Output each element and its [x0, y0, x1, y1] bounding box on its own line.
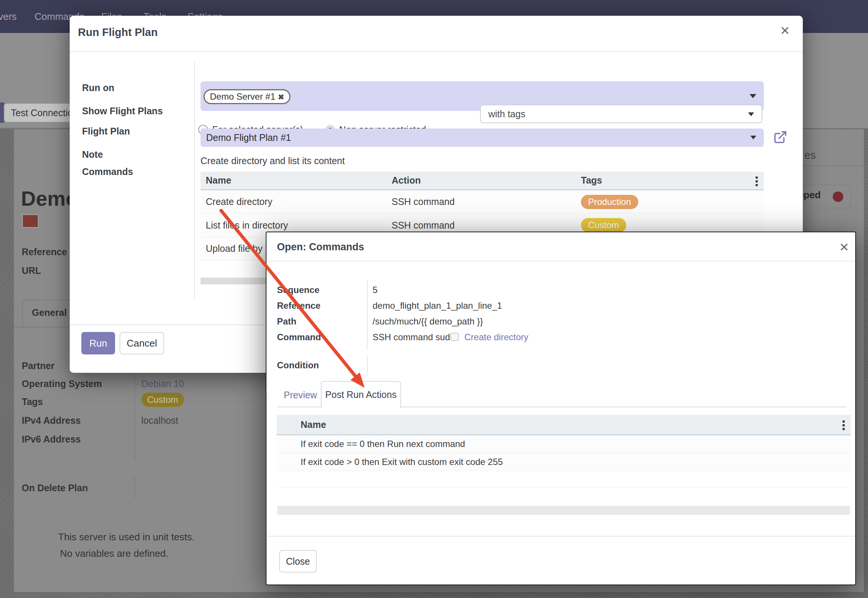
run-on-label: Run on — [82, 82, 114, 93]
reference-value: demo_flight_plan_1_plan_line_1 — [373, 300, 502, 311]
tags-label: Tags — [22, 396, 43, 407]
field-separator-line — [134, 476, 135, 498]
run-button[interactable]: Run — [81, 332, 115, 354]
sudo-checkbox[interactable] — [450, 333, 459, 341]
url-label: URL — [22, 265, 41, 276]
table-header-row: Name — [277, 415, 851, 435]
close-icon[interactable]: ✕ — [839, 241, 849, 253]
tab-post-run-actions[interactable]: Post Run Actions — [321, 381, 401, 408]
with-tags-select[interactable]: with tags — [480, 105, 762, 123]
cell-name: If exit code == 0 then Run next command — [297, 439, 465, 449]
flight-plan-value: Demo Flight Plan #1 — [206, 132, 291, 143]
flight-plan-select[interactable]: Demo Flight Plan #1 — [201, 129, 764, 147]
note-label: Note — [82, 149, 103, 160]
cell-action: SSH command — [392, 196, 581, 207]
label-column-separator — [194, 62, 195, 298]
optional-columns-icon[interactable] — [756, 176, 758, 186]
cancel-button[interactable]: Cancel — [120, 332, 164, 354]
table-scrollbar-track[interactable] — [277, 506, 850, 515]
col-header-tags[interactable]: Tags — [581, 175, 764, 186]
show-flight-plans-label: Show Flight Plans — [82, 106, 163, 117]
ipv6-label: IPv6 Address — [22, 434, 81, 445]
col-header-name[interactable]: Name — [297, 419, 326, 430]
page-title: Demo — [21, 187, 70, 211]
tag-badge: Production — [581, 195, 638, 209]
tag-badge: Custom — [581, 218, 626, 232]
chevron-down-icon — [748, 112, 754, 116]
sequence-value: 5 — [373, 285, 377, 295]
close-icon[interactable]: ✕ — [780, 25, 790, 37]
condition-label: Condition — [277, 360, 319, 371]
modal-title: Open: Commands — [277, 241, 364, 253]
cell-name: If exit code > 0 then Exit with custom e… — [297, 457, 503, 467]
label-column-separator — [367, 280, 368, 350]
modal-footer-divider — [266, 536, 855, 537]
modal-title: Run Flight Plan — [78, 26, 158, 39]
with-tags-value: with tags — [488, 109, 525, 119]
right-divider — [803, 165, 864, 166]
ipv4-value: localhost — [141, 415, 178, 426]
open-commands-modal: Open: Commands ✕ Sequence 5 Reference de… — [266, 232, 856, 585]
flight-plan-label: Flight Plan — [82, 126, 130, 137]
on-delete-plan-label: On Delete Plan — [22, 483, 88, 493]
optional-columns-icon[interactable] — [843, 420, 845, 430]
unit-test-note-1: This server is used in unit tests. — [58, 531, 195, 543]
chevron-down-icon — [750, 94, 756, 98]
reference-label: Reference — [22, 247, 67, 257]
os-value-link[interactable]: Debian 10 — [141, 378, 184, 389]
path-value: /such/much/{{ demo_path }} — [373, 316, 483, 327]
modal-header-divider — [266, 261, 855, 262]
tab-preview[interactable]: Preview — [284, 390, 317, 401]
sequence-label: Sequence — [277, 285, 319, 295]
server-tag-pill[interactable]: Demo Server #1 ✖ — [204, 89, 290, 104]
nav-item-servers[interactable]: Servers — [0, 0, 17, 33]
label-column-separator — [367, 356, 368, 375]
server-title-clip: Demo — [21, 187, 70, 213]
remove-tag-icon[interactable]: ✖ — [278, 93, 284, 101]
empty-row — [277, 471, 851, 488]
commands-caption: Create directory and list its content — [201, 155, 345, 166]
tag-badge-custom: Custom — [141, 393, 184, 407]
table-row[interactable]: Create directory SSH command Production — [201, 190, 764, 214]
cell-action: SSH command — [392, 220, 581, 231]
command-label: Command — [277, 332, 321, 342]
os-label: Operating System — [22, 378, 102, 389]
path-label: Path — [277, 316, 296, 327]
status-dot-icon — [833, 191, 843, 202]
col-header-action[interactable]: Action — [392, 175, 581, 186]
handle-column-header — [277, 414, 297, 435]
command-record-link[interactable]: Create directory — [464, 332, 528, 342]
ipv4-label: IPv4 Address — [22, 415, 81, 426]
reference-label: Reference — [277, 300, 320, 311]
partner-label: Partner — [22, 360, 55, 371]
cell-name: List files in directory — [201, 220, 392, 231]
color-swatch[interactable] — [22, 214, 39, 228]
post-run-actions-table: Name If exit code == 0 then Run next com… — [277, 415, 851, 488]
field-separator-line — [134, 365, 135, 461]
server-tag-label: Demo Server #1 — [210, 91, 275, 102]
modal-header-divider — [70, 51, 803, 52]
commands-label: Commands — [82, 166, 133, 177]
close-button[interactable]: Close — [279, 550, 317, 573]
col-header-name[interactable]: Name — [201, 175, 392, 186]
chevron-down-icon — [750, 136, 756, 139]
external-link-icon[interactable] — [773, 130, 787, 144]
truncated-tab-text: es — [804, 149, 816, 161]
unit-test-note-2: No variables are defined. — [60, 548, 168, 559]
table-row[interactable]: If exit code == 0 then Run next command — [277, 435, 851, 453]
table-row[interactable]: If exit code > 0 then Exit with custom e… — [277, 453, 851, 471]
cell-name: Create directory — [201, 196, 392, 207]
table-header-row: Name Action Tags — [201, 172, 764, 190]
command-value: SSH command sudo — [373, 332, 455, 342]
